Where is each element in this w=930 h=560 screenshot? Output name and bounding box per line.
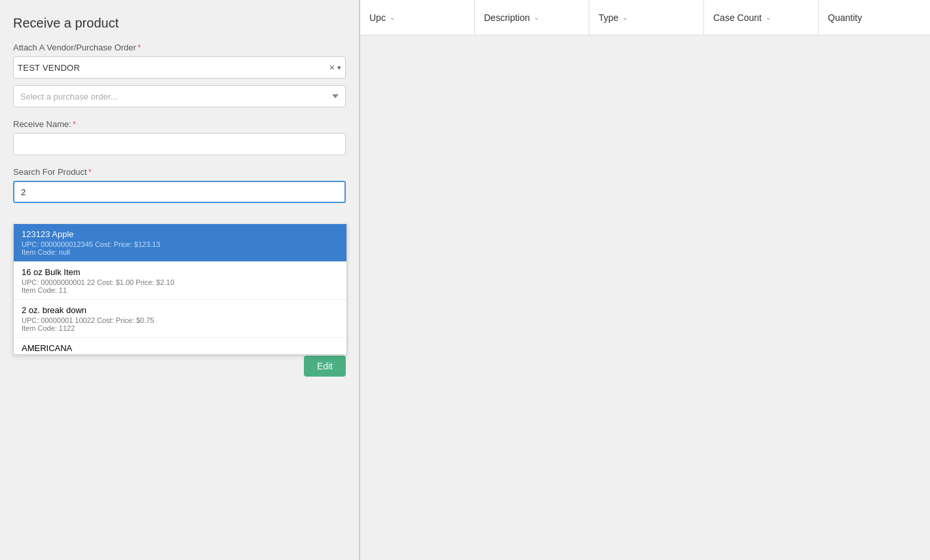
table-header: Upc ⌄ Description ⌄ Type ⌄ Case Count ⌄ … xyxy=(360,0,930,35)
page-title: Receive a product xyxy=(13,16,346,31)
col-header-upc[interactable]: Upc ⌄ xyxy=(360,0,475,35)
type-sort-icon: ⌄ xyxy=(622,14,627,21)
search-product-label: Search For Product* xyxy=(13,167,346,177)
right-panel: Upc ⌄ Description ⌄ Type ⌄ Case Count ⌄ … xyxy=(360,0,930,560)
col-header-case-count[interactable]: Case Count ⌄ xyxy=(704,0,819,35)
edit-button[interactable]: Edit xyxy=(304,356,346,377)
col-header-description[interactable]: Description ⌄ xyxy=(475,0,589,35)
description-sort-icon: ⌄ xyxy=(534,14,539,21)
receive-name-input[interactable] xyxy=(13,133,346,155)
search-result-item[interactable]: AMERICANA xyxy=(14,338,346,355)
vendor-label: Attach A Vendor/Purchase Order* xyxy=(13,43,346,52)
vendor-dropdown-icon[interactable]: ▾ xyxy=(337,64,341,72)
search-result-item[interactable]: 2 oz. break downUPC: 00000001 10022 Cost… xyxy=(14,300,346,338)
col-header-type[interactable]: Type ⌄ xyxy=(589,0,704,35)
search-dropdown: 123123 AppleUPC: 0000000012345 Cost: Pri… xyxy=(13,224,347,355)
search-result-item[interactable]: 123123 AppleUPC: 0000000012345 Cost: Pri… xyxy=(14,224,346,262)
case-count-sort-icon: ⌄ xyxy=(766,14,771,21)
left-panel: Receive a product Attach A Vendor/Purcha… xyxy=(0,0,360,560)
search-product-input[interactable] xyxy=(13,181,346,203)
table-body xyxy=(360,35,930,560)
vendor-value: TEST VENDOR xyxy=(18,63,329,73)
upc-sort-icon: ⌄ xyxy=(390,14,395,21)
search-result-item[interactable]: 16 oz Bulk ItemUPC: 00000000001 22 Cost:… xyxy=(14,262,346,300)
vendor-clear-icon[interactable]: × xyxy=(329,62,335,73)
purchase-order-select[interactable]: Select a purchase order... xyxy=(13,85,346,107)
vendor-field[interactable]: TEST VENDOR × ▾ xyxy=(13,56,346,79)
receive-name-label: Receive Name:* xyxy=(13,119,346,129)
col-header-quantity[interactable]: Quantity xyxy=(819,0,930,35)
